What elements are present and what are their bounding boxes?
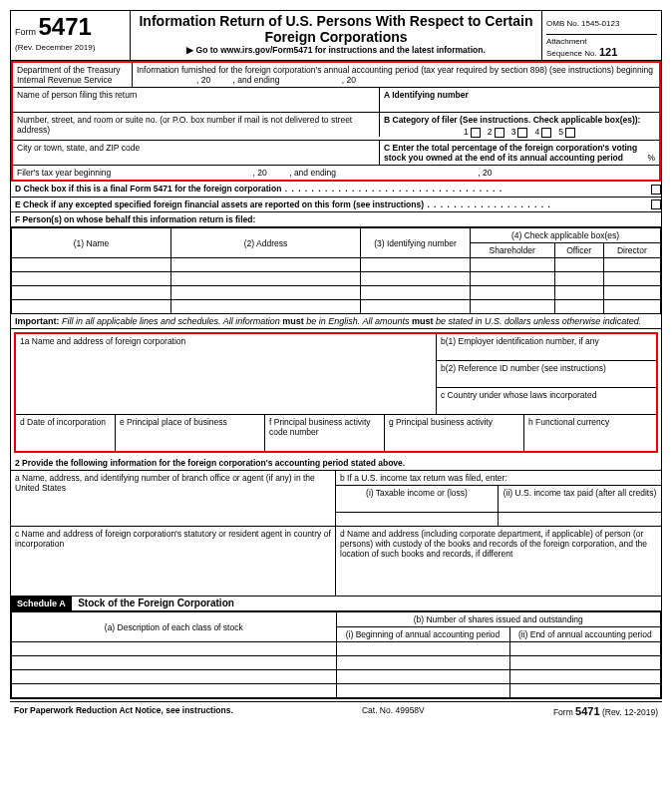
col-director: Director [603,243,660,258]
revision: (Rev. December 2019) [15,43,126,52]
excepted-checkbox[interactable] [651,200,661,209]
table-row[interactable] [12,642,661,656]
table-row[interactable] [12,670,661,684]
irs: Internal Revenue Service [17,75,112,85]
foreign-corp-section: 1a Name and address of foreign corporati… [14,332,658,453]
incorp-date[interactable]: d Date of incorporation [16,415,116,451]
cat-5-checkbox[interactable] [565,128,575,138]
col-address: (2) Address [171,228,361,258]
form-footer: For Paperwork Reduction Act Notice, see … [10,701,662,720]
persons-table: (1) Name (2) Address (3) Identifying num… [11,227,661,314]
table-header-row: (1) Name (2) Address (3) Identifying num… [12,228,661,243]
final-checkbox[interactable] [651,185,661,195]
cat-3-checkbox[interactable] [517,128,527,138]
ref-id-field[interactable]: b(2) Reference ID number (see instructio… [437,361,656,388]
country-field[interactable]: c Country under whose laws incorporated [437,388,656,414]
header-right: OMB No. 1545-0123 Attachment Sequence No… [541,11,661,60]
currency[interactable]: h Functional currency [524,415,656,451]
stock-table: (a) Description of each class of stock (… [11,611,661,698]
branch-office[interactable]: a Name, address, and identifying number … [11,471,336,526]
line-d: D Check box if this is a final Form 5471… [11,182,645,197]
dept: Department of the Treasury [17,65,120,75]
schedule-a-header: Schedule A Stock of the Foreign Corporat… [11,597,661,611]
corp-name-address[interactable]: 1a Name and address of foreign corporati… [16,334,437,414]
col-begin: (i) Beginning of annual accounting perio… [336,627,509,642]
filer-info-section: Department of the Treasury Internal Reve… [11,61,661,182]
header-center: Information Return of U.S. Persons With … [131,11,541,60]
activity-code[interactable]: f Principal business activity code numbe… [265,415,385,451]
form-title: Information Return of U.S. Persons With … [135,13,537,45]
line-2-lead: 2 Provide the following information for … [11,456,661,470]
col-shares: (b) Number of shares issued and outstand… [336,612,661,627]
col-shareholder: Shareholder [471,243,555,258]
form-number: 5471 [39,13,92,40]
principal-place[interactable]: e Principal place of business [116,415,265,451]
filer-name-field[interactable]: Name of person filing this return [13,88,380,112]
cat-2-checkbox[interactable] [495,128,504,138]
address-field[interactable]: Number, street, and room or suite no. (o… [13,113,380,137]
sequence-number: 121 [599,46,617,58]
col-checkboxes: (4) Check applicable box(es) [471,228,661,243]
col-stock-desc: (a) Description of each class of stock [12,612,337,642]
header-left: Form 5471 (Rev. December 2019) [11,11,131,60]
dept-cell: Department of the Treasury Internal Reve… [13,63,133,87]
voting-pct-field[interactable]: C Enter the total percentage of the fore… [380,141,659,165]
schedule-a-title: Stock of the Foreign Corporation [78,598,234,608]
ein-field[interactable]: b(1) Employer identification number, if … [437,334,656,361]
schedule-a-label: Schedule A [11,597,72,610]
important-note: Important: Fill in all applicable lines … [11,314,661,329]
period-info: Information furnished for the foreign co… [133,63,659,87]
table-row[interactable] [12,258,661,272]
goto-link: ▶ Go to www.irs.gov/Form5471 for instruc… [135,45,537,55]
table-row[interactable] [12,656,661,670]
city-field[interactable]: City or town, state, and ZIP code [13,141,380,165]
table-row[interactable] [12,272,661,286]
sequence-label: Sequence No. [546,49,597,58]
paperwork-notice: For Paperwork Reduction Act Notice, see … [14,705,233,717]
col-officer: Officer [554,243,603,258]
table-row[interactable] [12,684,661,698]
col-identifying: (3) Identifying number [361,228,471,258]
form-label: Form [15,27,36,37]
line-f: F Person(s) on whose behalf this informa… [11,212,661,226]
tax-paid[interactable]: (ii) U.S. income tax paid (after all cre… [499,486,661,512]
cat-4-checkbox[interactable] [541,128,551,138]
table-row[interactable] [12,286,661,300]
form-5471: Form 5471 (Rev. December 2019) Informati… [10,10,662,699]
table-row[interactable] [12,300,661,314]
us-return-header: b If a U.S. income tax return was filed,… [336,471,661,486]
attachment-label: Attachment [546,37,586,46]
statutory-agent[interactable]: c Name and address of foreign corporatio… [11,527,336,596]
form-header: Form 5471 (Rev. December 2019) Informati… [11,11,661,61]
identifying-number-field[interactable]: A Identifying number [380,88,659,112]
custody-person[interactable]: d Name and address (including corporate … [336,527,661,596]
taxable-income[interactable]: (i) Taxable income or (loss) [336,486,499,512]
cat-1-checkbox[interactable] [471,128,481,138]
form-id-footer: Form 5471 (Rev. 12-2019) [553,705,658,717]
tax-year-field[interactable]: Filer's tax year beginning , 20 , and en… [13,166,659,180]
col-name: (1) Name [12,228,171,258]
omb-number: OMB No. 1545-0123 [546,13,657,35]
catalog-number: Cat. No. 49958V [362,705,425,717]
activity[interactable]: g Principal business activity [385,415,524,451]
line-e: E Check if any excepted specified foreig… [11,198,645,212]
category-field: B Category of filer (See instructions. C… [380,113,659,140]
col-end: (ii) End of annual accounting period [509,627,660,642]
